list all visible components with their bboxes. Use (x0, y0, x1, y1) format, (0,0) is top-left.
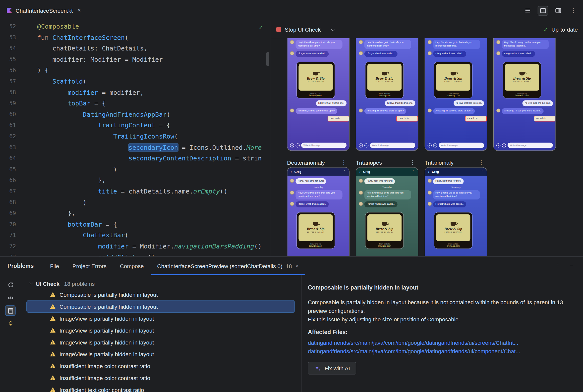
panel-options-icon[interactable] (555, 263, 561, 269)
affected-file-link[interactable]: datingandfriends/src/main/java/com/ibm/g… (308, 347, 520, 356)
preview-mode-icon[interactable] (553, 6, 563, 16)
preview-phone[interactable]: GregHaha, next time for sure!YesterdayHe… (287, 167, 350, 256)
code-line: 61 trailingContent = { (0, 120, 270, 131)
problem-item[interactable]: ImageView is partially hidden in layout (27, 324, 295, 336)
stop-ui-check-button[interactable]: Stop UI Check (285, 26, 321, 32)
clipped-composable-highlight: Let's do it! (396, 116, 418, 122)
coffee-card: Brew & SipCOFFEE COMPANYbrew and sipbrew… (503, 62, 541, 98)
coffee-card: Brew & SipCOFFEE COMPANYbrew and sipbrew… (434, 212, 472, 248)
coffee-card: Brew & SipCOFFEE COMPANYbrew and sipbrew… (434, 62, 472, 98)
lightbulb-icon[interactable] (6, 319, 15, 328)
back-icon[interactable] (290, 170, 292, 174)
add-icon[interactable] (496, 143, 500, 147)
problem-item[interactable]: Insufficient image color contrast ratio (27, 372, 295, 384)
editor-tab[interactable]: ChatInterfaceScreen.kt (0, 0, 86, 21)
tab-close-icon[interactable] (77, 8, 81, 14)
refresh-icon[interactable] (6, 280, 15, 290)
coffee-brand: Brew & Sip (307, 76, 324, 80)
preview-phone[interactable]: Hey! Should we go to that cafe you menti… (493, 38, 556, 151)
emoji-icon[interactable] (502, 143, 506, 147)
affected-file-link[interactable]: datingandfriends/src/main/java/com/ibm/g… (308, 338, 518, 347)
tree-group-ui-check[interactable]: UI Check 18 problems (21, 278, 301, 289)
date-label: Yesterday (359, 186, 415, 188)
message-input[interactable]: Write A Message (370, 143, 415, 148)
tab-close-icon[interactable] (295, 263, 299, 269)
chat-message: Amazing, I'll see you there at 2pm? (496, 108, 553, 114)
problem-item[interactable]: Insufficient text color contrast ratio (27, 384, 295, 392)
code-line: 66 }, (0, 175, 270, 186)
preview-phone[interactable]: Hey! Should we go to that cafe you menti… (287, 38, 350, 151)
problem-item[interactable]: ImageView is partially hidden in layout (27, 336, 295, 348)
add-icon[interactable] (359, 143, 363, 147)
more-icon[interactable] (480, 170, 484, 174)
minimize-icon[interactable] (570, 263, 573, 270)
ide-window: ChatInterfaceScreen.kt 52@Composable53fu… (0, 0, 583, 392)
chat-message: Amazing, I'll see you there at 2pm? (428, 108, 484, 114)
emoji-icon[interactable] (433, 143, 437, 147)
problem-item[interactable]: Composable is partially hidden in layout (27, 300, 295, 312)
preview-phone[interactable]: GregHaha, next time for sure!YesterdayHe… (356, 167, 418, 256)
line-number: 72 (0, 241, 16, 252)
problem-item[interactable]: ImageView is partially hidden in layout (27, 312, 295, 324)
problems-window-title[interactable]: Problems (8, 263, 34, 270)
message-bubble: I'd love that! It's this one. (522, 100, 553, 106)
problem-item[interactable]: ImageView is partially hidden in layout (27, 348, 295, 360)
tab-file[interactable]: File (43, 257, 66, 275)
editor-scrollbar[interactable] (266, 52, 269, 66)
message-input[interactable]: Write A Message (439, 143, 484, 148)
problem-item[interactable]: Composable is partially hidden in layout (27, 289, 295, 301)
tab-compose[interactable]: Compose (113, 257, 151, 275)
emoji-icon[interactable] (364, 143, 368, 147)
coffee-card-caption: brew and sipbrew&sip.com (505, 90, 539, 96)
date-label: Yesterday (290, 186, 347, 188)
preview-problem-icon[interactable] (6, 293, 15, 302)
tab-preview-problems[interactable]: ChatInterfaceScreenPreview (sortedChatDe… (150, 257, 305, 275)
coffee-cup-icon (519, 72, 525, 76)
tab-project-errors[interactable]: Project Errors (66, 257, 113, 275)
kebab-menu-icon[interactable] (341, 159, 350, 166)
avatar (290, 51, 294, 55)
coffee-tagline: COFFEE COMPANY (376, 232, 393, 233)
problems-list-icon[interactable] (6, 306, 15, 316)
code-text: modifier: Modifier = Modifier (16, 54, 163, 65)
code-text: modifier = modifier, (16, 87, 144, 98)
problem-text: Insufficient image color contrast ratio (60, 374, 150, 381)
chat-body: Haha, next time for sure!YesterdayHey! S… (287, 176, 349, 256)
code-line: 69 }, (0, 208, 270, 219)
add-icon[interactable] (428, 143, 432, 147)
emoji-icon[interactable] (296, 143, 300, 147)
coffee-link-text: brew&sip.com (506, 94, 538, 96)
chat-message: Haha, next time for sure! (428, 178, 484, 184)
message-input[interactable]: Write A Message (301, 143, 347, 148)
add-icon[interactable] (290, 143, 294, 147)
problem-item[interactable]: Insufficient image color contrast ratio (27, 360, 295, 372)
preview-phone[interactable]: GregHaha, next time for sure!YesterdayHe… (425, 167, 487, 256)
message-bubble: Hey! Should we go to that cafe you menti… (433, 40, 480, 49)
kebab-menu-icon[interactable] (410, 159, 418, 166)
preview-phone[interactable]: Hey! Should we go to that cafe you menti… (356, 38, 418, 151)
split-editor-icon[interactable] (538, 6, 548, 16)
line-number: 63 (0, 142, 16, 153)
inspection-ok-icon[interactable] (259, 24, 263, 31)
chevron-down-icon[interactable] (331, 27, 335, 31)
back-icon[interactable] (359, 170, 361, 174)
code-editor[interactable]: 52@Composable53fun ChatInterfaceScreen(5… (0, 21, 270, 256)
more-options-icon[interactable] (568, 6, 578, 16)
back-icon[interactable] (428, 170, 429, 174)
fix-with-ai-button[interactable]: Fix with AI (308, 362, 357, 374)
coffee-cup-icon (313, 222, 318, 226)
message-input-bar: Write A Message (359, 143, 415, 148)
list-icon[interactable] (522, 6, 533, 16)
kebab-menu-icon[interactable] (478, 159, 487, 166)
message-input[interactable]: Write A Message (508, 143, 553, 148)
preview-label-row: Tritanomaly (425, 159, 487, 166)
avatar (428, 40, 432, 44)
coffee-caption-text: brew and sip (437, 92, 469, 94)
avatar (359, 190, 363, 194)
preview-phone[interactable]: Hey! Should we go to that cafe you menti… (425, 38, 487, 151)
preview-label-row: Tritanopes (356, 159, 418, 166)
more-icon[interactable] (412, 170, 415, 174)
message-bubble: I forgot what it was called... (296, 201, 329, 207)
more-icon[interactable] (343, 170, 346, 174)
problem-text: Insufficient image color contrast ratio (60, 363, 150, 369)
